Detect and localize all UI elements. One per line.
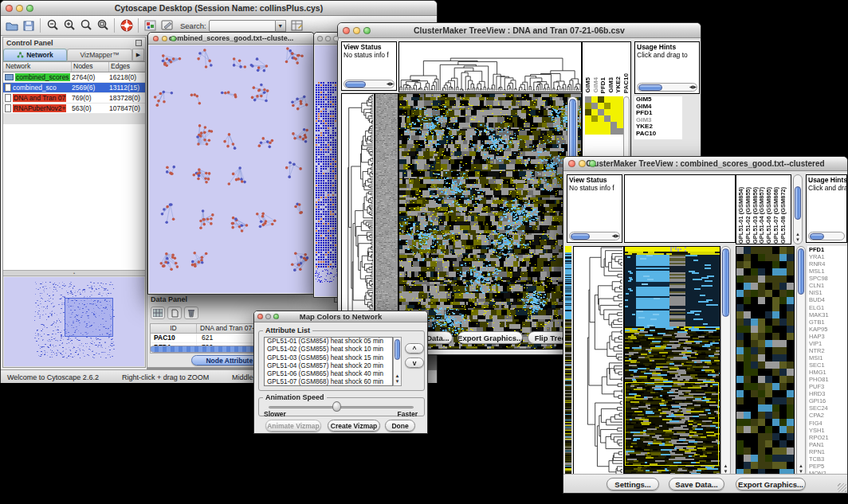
col-header-edges[interactable]: Edges (109, 62, 145, 72)
scroll-up-arrow[interactable]: ▲ (394, 373, 401, 379)
annotation-icon[interactable] (159, 18, 175, 33)
network-canvas-area[interactable] (149, 45, 313, 293)
network-overview-panel[interactable] (4, 277, 144, 366)
treeview2-titlebar[interactable]: ClusterMaker TreeView : combined_scores_… (563, 157, 847, 171)
tv2-save-data-button[interactable]: Save Data... (669, 478, 724, 490)
attribute-list-item[interactable]: GPL51-03 (GSM856) heat shock 15 min (265, 354, 392, 362)
network-overview-canvas[interactable] (4, 277, 144, 365)
gene-label[interactable]: HAP3 (807, 333, 847, 340)
network-view-titlebar[interactable]: combined_scores_good.txt--cluste... (148, 33, 314, 45)
gene-label[interactable]: PUF3 (807, 383, 847, 390)
attribute-list-item[interactable]: GPL51-06 (GSM865) heat shock 40 min (265, 370, 392, 378)
gene-label[interactable]: PAN1 (807, 441, 847, 448)
done-button[interactable]: Done (385, 420, 415, 432)
create-attribute-icon[interactable] (167, 307, 182, 319)
gene-label[interactable]: RNR4 (807, 260, 847, 268)
close-button[interactable] (317, 36, 323, 41)
attribute-browser-icon[interactable] (290, 18, 305, 33)
tab-vizmapper[interactable]: VizMapper™ (67, 49, 132, 61)
attribute-listbox[interactable]: GPL51-01 (GSM854) heat shock 05 minGPL51… (264, 337, 393, 386)
gene-label[interactable]: HRD3 (807, 390, 847, 397)
minimize-button[interactable] (162, 36, 167, 41)
gene-label[interactable]: KAP95 (807, 326, 847, 333)
help-lifering-icon[interactable] (119, 18, 134, 33)
gene-label[interactable]: GTB1 (807, 318, 847, 326)
create-vizmap-button[interactable]: Create Vizmap (328, 420, 380, 432)
scroll-thumb[interactable] (795, 186, 801, 220)
gene-label[interactable]: RPN1 (807, 448, 847, 455)
scroll-up-arrow[interactable]: ▲ (721, 463, 730, 469)
gene-label[interactable]: BUD4 (807, 296, 847, 303)
gene-label[interactable]: MAK31 (807, 311, 847, 318)
minimize-button[interactable] (16, 5, 23, 12)
close-button[interactable] (568, 160, 575, 167)
gene-label[interactable]: TCB3 (807, 455, 847, 463)
tv1-status-hscrollbar[interactable]: ◀▶ (344, 80, 395, 88)
gene-label[interactable]: HMG1 (807, 369, 847, 376)
gene-label[interactable]: RPO21 (807, 434, 847, 441)
search-input[interactable] (209, 20, 276, 32)
animation-slider-thumb[interactable] (332, 401, 341, 412)
scroll-down-arrow[interactable]: ▼ (394, 379, 401, 385)
close-button[interactable] (343, 27, 350, 34)
gene-label[interactable]: PFD1 (807, 246, 847, 253)
gene-label[interactable]: MSI1 (807, 354, 847, 361)
tv2-status-hscrollbar[interactable]: ◀▶ (569, 232, 620, 240)
close-button[interactable] (257, 314, 263, 319)
gene-label[interactable]: FIG4 (807, 420, 847, 427)
network-tree-row[interactable]: DNA and Tran 07769(0)183728(0) (3, 93, 145, 104)
move-down-button[interactable]: v (405, 357, 424, 368)
tv1-usage-hscrollbar[interactable]: ◀▶ (637, 83, 697, 92)
tv2-main-heatmap[interactable] (624, 246, 720, 477)
tv2-settings-button[interactable]: Settings... (607, 478, 659, 490)
gene-label[interactable]: NTR2 (807, 347, 847, 354)
panel-splitter[interactable]: • (3, 270, 145, 276)
minimize-button[interactable] (265, 314, 271, 319)
window-controls[interactable] (1, 5, 38, 12)
attribute-list-item[interactable]: GPL51-01 (GSM854) heat shock 05 min (265, 338, 392, 346)
gene-label[interactable]: NIS1 (807, 289, 847, 296)
close-button[interactable] (6, 5, 13, 12)
tv2-col-labels-vscrollbar[interactable]: ▲ ▼ (793, 174, 803, 244)
tv2-usage-hscrollbar[interactable] (808, 232, 845, 240)
attribute-list-item[interactable]: GPL51-04 (GSM857) heat shock 20 min (265, 362, 392, 370)
minimize-button[interactable] (325, 36, 331, 41)
gene-label[interactable]: SPC98 (807, 275, 847, 282)
resize-grip[interactable] (838, 483, 846, 492)
tab-network[interactable]: Network (3, 49, 67, 61)
gene-label[interactable]: YRA1 (807, 253, 847, 260)
scroll-thumb[interactable] (798, 248, 804, 295)
animate-vizmap-button[interactable]: Animate Vizmap (265, 420, 321, 432)
zoom-button[interactable] (363, 27, 371, 34)
scroll-right-arrow[interactable]: ▶ (615, 233, 619, 239)
close-button[interactable] (153, 36, 159, 41)
open-file-button[interactable] (4, 18, 19, 33)
col-header-network[interactable]: Network (3, 62, 72, 72)
scroll-thumb[interactable] (722, 248, 729, 317)
zoom-button[interactable] (589, 160, 596, 167)
tab-overflow-button[interactable]: ▶ (132, 49, 144, 61)
attribute-list-item[interactable]: GPL51-07 (GSM868) heat shock 60 min (265, 378, 392, 386)
data-col-id[interactable]: ID (151, 324, 197, 333)
tv1-export-graphics-button[interactable]: Export Graphics... (457, 331, 523, 344)
tv2-detail-vscrollbar[interactable]: ▲ ▼ (796, 246, 806, 477)
tv2-detail-heatmap[interactable] (736, 246, 795, 477)
zoom-button[interactable] (26, 5, 33, 12)
gene-label[interactable]: VIP1 (807, 340, 847, 347)
minimize-button[interactable] (353, 27, 360, 34)
main-titlebar[interactable]: Cytoscape Desktop (Session Name: collins… (1, 1, 437, 16)
delete-attribute-icon[interactable] (184, 307, 198, 319)
dialog-titlebar[interactable]: Map Colors to Network (254, 311, 427, 322)
gene-label[interactable]: CPA2 (807, 412, 847, 419)
tv2-heatmap-vscrollbar[interactable]: ▲ ▼ (720, 246, 731, 477)
tv2-column-dendrogram[interactable] (624, 174, 736, 243)
float-panel-icon[interactable] (135, 40, 142, 46)
tv1-row-label[interactable]: PAC10 (636, 131, 682, 138)
gene-label[interactable]: PHO81 (807, 376, 847, 383)
zoom-fit-icon[interactable] (78, 18, 93, 33)
scroll-down-arrow[interactable]: ▼ (794, 237, 802, 243)
tv1-column-dendrogram[interactable] (398, 41, 582, 92)
treeview1-titlebar[interactable]: ClusterMaker TreeView : DNA and Tran 07-… (338, 23, 701, 38)
scroll-thumb[interactable] (569, 99, 576, 164)
scroll-right-arrow[interactable]: ▶ (693, 84, 697, 90)
